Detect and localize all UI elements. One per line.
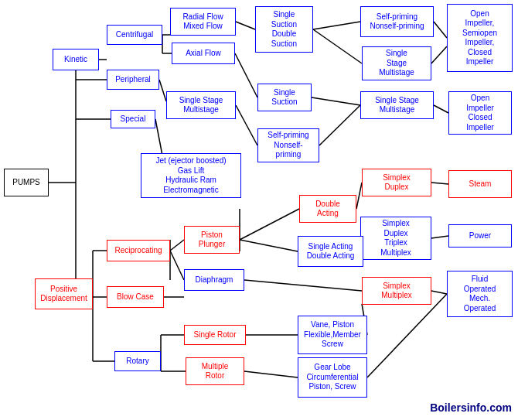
svg-line-31	[240, 209, 299, 240]
open-impeller-node: Open Impeller, Semiopen Impeller, Closed…	[447, 4, 513, 72]
simplex-multiplex-node: Simplex Multiplex	[362, 277, 431, 305]
reciprocating-node: Reciprocating	[107, 240, 170, 261]
svg-line-41	[244, 371, 298, 377]
svg-line-29	[170, 251, 184, 280]
svg-line-19	[313, 29, 362, 63]
kinetic-node: Kinetic	[53, 49, 99, 70]
special-node: Special	[111, 110, 155, 128]
single-stage-multi2-node: Single Stage Multistage	[362, 46, 431, 80]
centrifugal-node: Centrifugal	[107, 25, 162, 45]
svg-line-22	[434, 22, 447, 38]
single-double-acting-node: Single Acting Double Acting	[298, 236, 363, 267]
double-acting-node: Double Acting	[299, 195, 356, 223]
svg-line-17	[236, 105, 257, 145]
gear-lobe-node: Gear Lobe Circumferential Piston, Screw	[298, 357, 367, 398]
peripheral-node: Peripheral	[107, 70, 159, 90]
pumps-node: PUMPS	[4, 169, 49, 196]
pos-disp-node: Positive Displacement	[35, 278, 93, 309]
svg-line-20	[312, 97, 360, 105]
piston-plunger-node: Piston Plunger	[184, 226, 240, 254]
vane-piston-node: Vane, Piston Flexible,Member Screw	[298, 316, 367, 354]
single-rotor-node: Single Rotor	[184, 325, 246, 345]
rotary-node: Rotary	[114, 351, 161, 371]
watermark: Boilersinfo.com	[430, 401, 512, 414]
svg-line-24	[434, 105, 448, 113]
single-suc-double-node: Single Suction Double Suction	[255, 6, 313, 53]
svg-line-34	[356, 183, 362, 209]
svg-line-15	[236, 22, 255, 29]
svg-line-27	[431, 291, 447, 294]
svg-line-13	[159, 80, 166, 101]
single-stage-multi-node: Single Stage Multistage	[166, 91, 236, 119]
single-suction-node: Single Suction	[257, 84, 312, 111]
selfpriming-ns2-node: Self-priming Nonself-priming	[360, 6, 434, 37]
fluid-mech-node: Fluid Operated Mech. Operated	[447, 271, 513, 317]
svg-line-43	[367, 294, 447, 377]
jet-gas-node: Jet (ejector boosted) Gas Lift Hydraulic…	[141, 153, 241, 198]
radial-axial-node: Radial Flow Mixed Flow	[170, 8, 236, 36]
simplex-duplex-triplex-node: Simplex Duplex Triplex Multiplex	[360, 217, 431, 260]
svg-line-23	[431, 46, 447, 63]
svg-line-18	[313, 22, 360, 29]
steam-node: Steam	[448, 170, 512, 198]
svg-line-21	[319, 105, 360, 145]
svg-line-36	[244, 280, 362, 291]
single-stage-multi3-node: Single Stage Multistage	[360, 91, 434, 119]
blow-case-node: Blow Case	[107, 286, 164, 308]
svg-line-26	[431, 236, 448, 238]
svg-line-32	[240, 240, 298, 251]
pump-diagram: PUMPSKineticPositive DisplacementCentrif…	[0, 0, 518, 420]
axial-flow-node: Axial Flow	[172, 43, 235, 64]
simplex-duplex-node: Simplex Duplex	[362, 169, 431, 196]
power-node: Power	[448, 224, 512, 248]
svg-line-28	[170, 240, 184, 251]
diaphragm-node: Diaphragm	[184, 269, 244, 291]
multiple-rotor-node: Multiple Rotor	[186, 357, 244, 385]
open-closed-impeller-node: Open Impeller Closed Impeller	[448, 91, 512, 135]
self-priming-nonsingle-node: Self-priming Nonself- priming	[257, 128, 319, 162]
svg-line-25	[431, 183, 448, 184]
svg-line-16	[235, 53, 257, 97]
